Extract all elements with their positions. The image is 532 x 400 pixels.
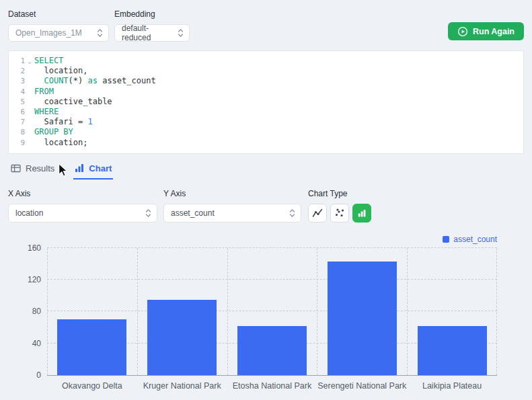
embedding-select[interactable]: default-reduced <box>114 24 190 42</box>
bar-slot: Kruger National Park <box>137 248 227 375</box>
y-axis-select[interactable]: asset_count <box>163 204 301 223</box>
bar[interactable] <box>328 262 397 375</box>
editor-line: 8GROUP BY <box>9 127 523 137</box>
bar[interactable] <box>57 319 126 375</box>
line-number: 2 <box>9 66 29 76</box>
bar-slot: Etosha National Park <box>227 248 317 375</box>
y-axis-select-value: asset_count <box>171 208 215 218</box>
line-number: 6 <box>9 107 29 117</box>
tab-results[interactable]: Results <box>9 162 56 179</box>
tab-chart[interactable]: Chart <box>73 162 113 179</box>
code-text: GROUP BY <box>29 127 73 137</box>
line-number: 9 <box>9 138 29 148</box>
code-segment: SELECT <box>34 56 63 65</box>
editor-line: 2 location, <box>9 66 523 76</box>
code-text: SELECT <box>29 56 63 66</box>
embedding-label: Embedding <box>114 9 190 19</box>
y-tick-label: 40 <box>32 339 41 348</box>
x-axis-field: X Axis location <box>8 189 157 223</box>
dataset-select[interactable]: Open_Images_1M <box>8 24 109 42</box>
line-number: 4 <box>9 87 29 97</box>
y-tick-label: 120 <box>28 275 41 284</box>
editor-line: 6WHERE <box>9 107 523 117</box>
tab-results-label: Results <box>26 163 54 173</box>
line-number: 1⌄ <box>9 56 29 66</box>
dataset-field: Dataset Open_Images_1M <box>8 9 109 42</box>
bar-chart-tab-icon <box>75 163 84 173</box>
code-segment: WHERE <box>34 107 59 116</box>
code-text: WHERE <box>29 107 59 117</box>
fold-chevron-icon[interactable]: ⌄ <box>28 56 32 67</box>
bar-slot: Okavango Delta <box>47 248 137 375</box>
x-axis-select-value: location <box>15 208 43 218</box>
app-window: Dataset Open_Images_1M Embedding default… <box>0 0 532 400</box>
embedding-select-value: default-reduced <box>122 24 171 42</box>
chart-controls: X Axis location Y Axis asset_count Chart… <box>8 189 524 223</box>
cursor-pointer-icon <box>58 163 68 180</box>
y-tick-label: 80 <box>32 307 41 316</box>
editor-line: 9 location; <box>9 138 523 148</box>
chevron-updown-icon <box>289 208 295 218</box>
sql-editor[interactable]: 1⌄SELECT2 location,3 COUNT(*) as asset_c… <box>8 50 524 154</box>
code-segment: Safari = <box>34 117 87 126</box>
line-number: 8 <box>9 127 29 137</box>
dataset-label: Dataset <box>8 9 109 19</box>
code-segment: 1 <box>87 117 92 126</box>
x-category-label: Laikipia Plateau <box>422 381 482 391</box>
editor-line: 4FROM <box>9 87 523 97</box>
line-number: 7 <box>9 117 29 127</box>
code-text: FROM <box>29 87 54 97</box>
chart-legend: asset_count <box>443 235 497 244</box>
bars-layer: Okavango DeltaKruger National ParkEtosha… <box>47 248 497 375</box>
header: Dataset Open_Images_1M Embedding default… <box>8 9 524 42</box>
bar[interactable] <box>237 326 307 375</box>
code-segment: as <box>87 76 97 85</box>
chart-plot-area: 04080120160Okavango DeltaKruger National… <box>47 248 497 376</box>
line-number: 3 <box>9 76 29 86</box>
code-text: location; <box>29 138 87 148</box>
embedding-field: Embedding default-reduced <box>114 9 190 42</box>
play-icon <box>457 26 468 37</box>
scatter-chart-icon <box>334 208 345 218</box>
results-table-icon <box>11 163 21 173</box>
code-segment: GROUP BY <box>34 127 73 136</box>
scatter-chart-type-button[interactable] <box>330 204 349 223</box>
code-segment: asset_count <box>98 76 156 85</box>
y-axis-field: Y Axis asset_count <box>163 189 301 223</box>
code-text: COUNT(*) as asset_count <box>29 76 156 86</box>
line-chart-type-button[interactable] <box>308 204 327 223</box>
code-segment: (*) <box>69 76 88 85</box>
chevron-updown-icon <box>178 28 184 38</box>
editor-line: 3 COUNT(*) as asset_count <box>9 76 523 86</box>
chevron-updown-icon <box>145 208 151 218</box>
line-chart-icon <box>312 208 323 218</box>
bar[interactable] <box>147 300 217 375</box>
run-again-button[interactable]: Run Again <box>448 22 524 40</box>
code-segment: coactive_table <box>34 97 112 106</box>
x-category-label: Okavango Delta <box>62 381 122 391</box>
x-axis-select[interactable]: location <box>8 204 157 223</box>
editor-line: 5 coactive_table <box>9 97 523 107</box>
code-text: location, <box>29 66 87 76</box>
x-category-label: Etosha National Park <box>233 381 311 391</box>
bar[interactable] <box>418 326 487 375</box>
code-text: Safari = 1 <box>29 117 93 127</box>
tabs: Results Chart <box>9 162 524 179</box>
x-category-label: Serengeti National Park <box>317 381 406 391</box>
x-category-label: Kruger National Park <box>143 381 221 391</box>
x-axis-label: X Axis <box>8 189 157 198</box>
bar-chart-icon <box>356 208 367 218</box>
bar-slot: Serengeti National Park <box>317 248 407 375</box>
chart-type-label: Chart Type <box>308 189 371 198</box>
code-segment <box>34 76 44 85</box>
dataset-select-value: Open_Images_1M <box>15 28 82 38</box>
bar-chart: asset_count 04080120160Okavango DeltaKru… <box>8 236 524 400</box>
code-text: coactive_table <box>29 97 112 107</box>
bar-slot: Laikipia Plateau <box>407 248 497 375</box>
legend-label: asset_count <box>453 235 497 244</box>
chevron-updown-icon <box>97 28 103 38</box>
bar-chart-type-button[interactable] <box>352 204 371 223</box>
line-number: 5 <box>9 97 29 107</box>
y-tick-label: 0 <box>36 370 41 380</box>
code-segment: location, <box>34 66 87 75</box>
